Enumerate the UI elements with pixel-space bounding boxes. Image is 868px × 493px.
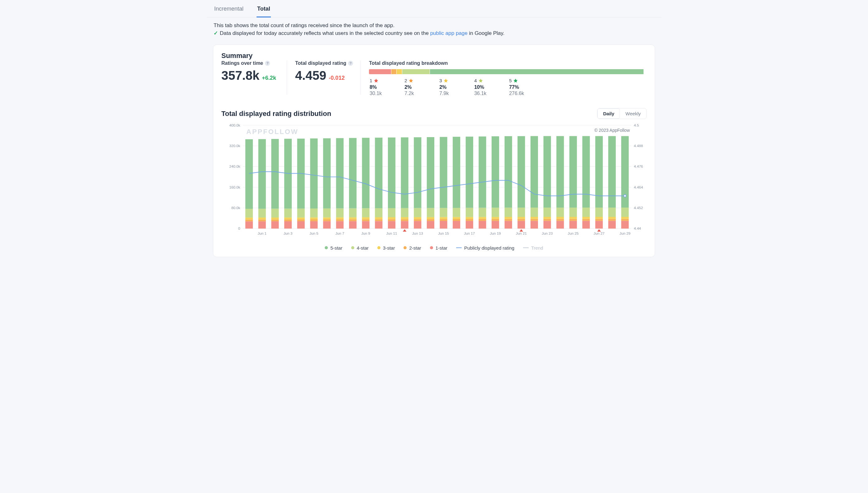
bar-1-star[interactable] [479, 221, 486, 229]
bar-1-star[interactable] [258, 221, 266, 229]
bar-1-star[interactable] [466, 221, 473, 229]
bar-2-star[interactable] [362, 219, 369, 221]
bar-3-star[interactable] [284, 217, 292, 219]
bar-4-star[interactable] [375, 208, 382, 217]
bar-1-star[interactable] [414, 221, 421, 229]
bar-4-star[interactable] [388, 208, 395, 217]
bar-5-star[interactable] [388, 137, 395, 208]
legend-5star[interactable]: 5-star [325, 245, 342, 251]
bar-2-star[interactable] [245, 219, 253, 221]
bar-4-star[interactable] [271, 209, 279, 217]
bar-1-star[interactable] [595, 221, 603, 229]
bar-4-star[interactable] [518, 208, 525, 217]
bar-2-star[interactable] [453, 219, 460, 221]
bar-1-star[interactable] [297, 221, 305, 229]
bar-2-star[interactable] [530, 219, 538, 221]
bar-2-star[interactable] [505, 219, 512, 221]
help-icon[interactable]: ? [348, 61, 353, 66]
bar-2-star[interactable] [582, 219, 590, 221]
bar-5-star[interactable] [530, 136, 538, 208]
bar-4-star[interactable] [530, 208, 538, 217]
bar-3-star[interactable] [479, 217, 486, 219]
bar-1-star[interactable] [427, 221, 434, 229]
bar-3-star[interactable] [621, 217, 629, 219]
bar-5-star[interactable] [518, 136, 525, 208]
legend-1star[interactable]: 1-star [430, 245, 448, 251]
bar-4-star[interactable] [466, 208, 473, 217]
bar-5-star[interactable] [544, 136, 551, 208]
bar-5-star[interactable] [375, 138, 382, 208]
bar-3-star[interactable] [440, 217, 447, 219]
bar-1-star[interactable] [544, 221, 551, 229]
bar-4-star[interactable] [569, 208, 577, 217]
bar-3-star[interactable] [530, 217, 538, 219]
bar-5-star[interactable] [310, 138, 318, 209]
bar-5-star[interactable] [505, 136, 512, 208]
bar-3-star[interactable] [595, 217, 603, 219]
bar-1-star[interactable] [310, 221, 318, 229]
bar-4-star[interactable] [479, 208, 486, 217]
bar-1-star[interactable] [401, 221, 409, 229]
bar-4-star[interactable] [336, 209, 343, 217]
bar-5-star[interactable] [323, 138, 330, 209]
help-icon[interactable]: ? [265, 61, 270, 66]
bar-3-star[interactable] [349, 217, 357, 219]
bar-4-star[interactable] [427, 208, 434, 217]
bar-3-star[interactable] [544, 217, 551, 219]
bar-1-star[interactable] [530, 221, 538, 229]
bar-1-star[interactable] [621, 221, 629, 229]
bar-2-star[interactable] [271, 219, 279, 221]
bar-3-star[interactable] [505, 217, 512, 219]
bar-2-star[interactable] [466, 219, 473, 221]
bar-5-star[interactable] [414, 137, 421, 208]
bar-5-star[interactable] [466, 136, 473, 208]
bar-2-star[interactable] [608, 219, 616, 221]
bar-2-star[interactable] [544, 219, 551, 221]
bar-1-star[interactable] [284, 221, 292, 229]
bar-5-star[interactable] [492, 136, 499, 208]
bar-5-star[interactable] [569, 136, 577, 208]
bar-5-star[interactable] [258, 139, 266, 209]
bar-5-star[interactable] [582, 136, 590, 208]
bar-3-star[interactable] [492, 217, 499, 219]
bar-1-star[interactable] [492, 221, 499, 229]
bar-4-star[interactable] [349, 208, 357, 217]
bar-2-star[interactable] [375, 219, 382, 221]
bar-1-star[interactable] [388, 221, 395, 229]
bar-4-star[interactable] [440, 208, 447, 217]
bar-1-star[interactable] [608, 221, 616, 229]
bar-4-star[interactable] [258, 209, 266, 217]
bar-1-star[interactable] [323, 221, 330, 229]
bar-2-star[interactable] [388, 219, 395, 221]
bar-3-star[interactable] [271, 217, 279, 219]
bar-2-star[interactable] [401, 219, 409, 221]
bar-1-star[interactable] [582, 221, 590, 229]
bar-3-star[interactable] [401, 217, 409, 219]
bar-3-star[interactable] [336, 217, 343, 219]
bar-1-star[interactable] [518, 221, 525, 229]
bar-4-star[interactable] [595, 208, 603, 217]
bar-3-star[interactable] [297, 217, 305, 219]
bar-3-star[interactable] [375, 217, 382, 219]
legend-2star[interactable]: 2-star [404, 245, 421, 251]
bar-1-star[interactable] [349, 221, 357, 229]
bar-1-star[interactable] [375, 221, 382, 229]
bar-1-star[interactable] [336, 221, 343, 229]
bar-4-star[interactable] [556, 208, 564, 217]
bar-1-star[interactable] [440, 221, 447, 229]
bar-2-star[interactable] [492, 219, 499, 221]
bar-3-star[interactable] [245, 217, 253, 219]
bar-2-star[interactable] [310, 219, 318, 221]
bar-5-star[interactable] [427, 137, 434, 208]
legend-3star[interactable]: 3-star [377, 245, 395, 251]
bar-3-star[interactable] [258, 217, 266, 219]
bar-5-star[interactable] [349, 138, 357, 209]
freq-daily[interactable]: Daily [597, 108, 620, 119]
bar-1-star[interactable] [505, 221, 512, 229]
bar-2-star[interactable] [349, 219, 357, 221]
bar-3-star[interactable] [518, 217, 525, 219]
bar-5-star[interactable] [271, 139, 279, 209]
bar-4-star[interactable] [323, 209, 330, 217]
bar-2-star[interactable] [323, 219, 330, 221]
tab-total[interactable]: Total [256, 6, 271, 18]
